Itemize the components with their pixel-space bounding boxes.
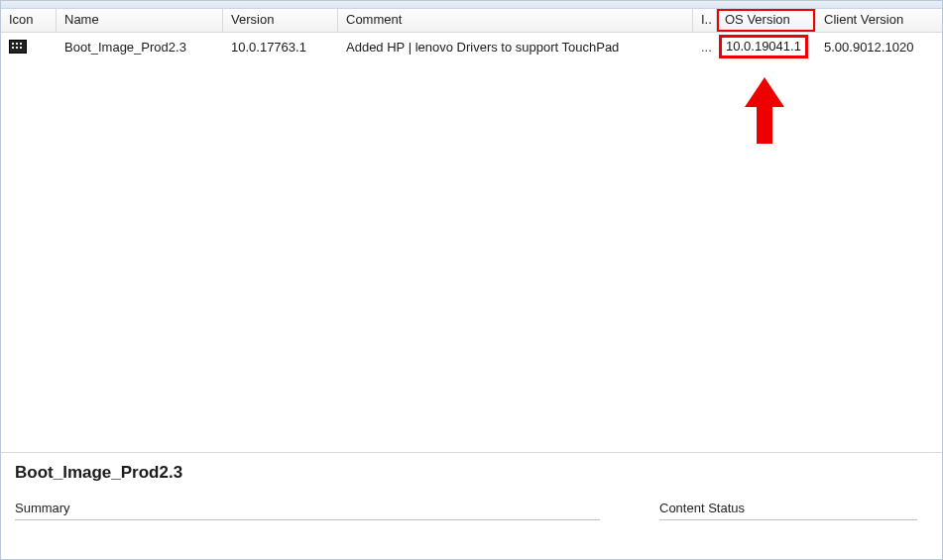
column-header-name[interactable]: Name xyxy=(57,9,223,32)
column-header-version[interactable]: Version xyxy=(223,9,338,32)
detail-pane: Boot_Image_Prod2.3 Summary Content Statu… xyxy=(1,452,942,559)
svg-marker-0 xyxy=(745,77,784,144)
cell-client-version: 5.00.9012.1020 xyxy=(816,40,935,55)
cell-version: 10.0.17763.1 xyxy=(223,40,338,55)
cell-os-version: 10.0.19041.1 xyxy=(717,35,816,58)
column-header-os-version[interactable]: OS Version xyxy=(717,9,816,32)
cell-image: ... xyxy=(693,40,717,55)
section-summary[interactable]: Summary xyxy=(15,501,600,520)
cell-comment: Added HP | lenovo Drivers to support Tou… xyxy=(338,40,693,55)
section-content-status-header: Content Status xyxy=(659,501,917,520)
boot-image-icon xyxy=(9,40,27,54)
column-header-row: Icon Name Version Comment I.. OS Version… xyxy=(1,9,942,33)
section-content-status[interactable]: Content Status xyxy=(659,501,917,520)
data-grid[interactable]: Boot_Image_Prod2.3 10.0.17763.1 Added HP… xyxy=(1,33,942,452)
cell-icon xyxy=(1,40,57,54)
detail-title: Boot_Image_Prod2.3 xyxy=(15,463,928,483)
cell-os-version-value: 10.0.19041.1 xyxy=(726,39,801,54)
window-titlebar-strip xyxy=(1,1,942,9)
column-header-os-version-label: OS Version xyxy=(725,12,790,27)
table-row[interactable]: Boot_Image_Prod2.3 10.0.17763.1 Added HP… xyxy=(1,33,942,60)
detail-sections: Summary Content Status xyxy=(15,501,928,520)
annotation-highlight-cell: 10.0.19041.1 xyxy=(719,35,808,58)
app-window: Icon Name Version Comment I.. OS Version… xyxy=(0,0,943,560)
column-header-icon[interactable]: Icon xyxy=(1,9,57,32)
column-header-comment[interactable]: Comment xyxy=(338,9,693,32)
section-summary-header: Summary xyxy=(15,501,600,520)
column-header-client-version[interactable]: Client Version xyxy=(816,9,935,32)
column-header-image[interactable]: I.. xyxy=(693,9,717,32)
cell-name: Boot_Image_Prod2.3 xyxy=(57,40,223,55)
